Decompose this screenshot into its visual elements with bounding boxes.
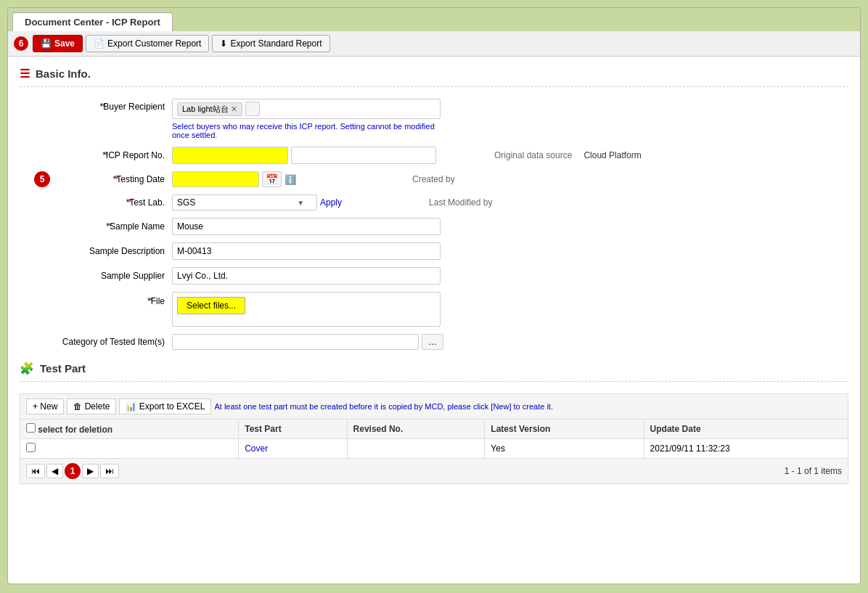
info-icon[interactable]: ℹ️ (284, 174, 296, 185)
sample-supplier-input[interactable] (172, 267, 441, 285)
category-label: Category of Tested Item(s) (56, 337, 172, 347)
test-part-title: Test Part (40, 362, 86, 375)
file-upload-area: Select files... (172, 292, 441, 327)
original-data-source-label: Original data source (494, 150, 572, 160)
buyer-tag-add[interactable] (245, 102, 260, 116)
buyer-tag: Lab light站台 ✕ (177, 102, 242, 116)
buyer-recipient-field: Lab light站台 ✕ Select buyers who may rece… (172, 99, 441, 139)
prev-page-button[interactable]: ◀ (46, 464, 63, 478)
row-checkbox-cell (20, 439, 239, 459)
page-navigation: ⏮ ◀ 1 ▶ ⏭ (26, 463, 119, 479)
created-by-label: Created by (412, 174, 455, 184)
col-select: select for deletion (20, 420, 239, 439)
row-latest-version-cell: Yes (485, 439, 644, 459)
sample-description-input[interactable] (172, 242, 441, 260)
icp-no-input1[interactable] (172, 147, 288, 164)
save-button[interactable]: 💾 Save (33, 35, 83, 52)
export-standard-icon: ⬇ (220, 38, 227, 49)
table-row: Cover Yes 2021/09/11 11:32:23 (20, 439, 848, 459)
col-revised-no: Revised No. (347, 420, 485, 439)
last-modified-by-label: Last Modified by (429, 197, 492, 208)
main-content: ☰ Basic Info. **Buyer Recipient Lab ligh… (8, 57, 860, 584)
sample-description-label: Sample Description (56, 246, 172, 256)
sample-name-label: **Sample Name (56, 221, 172, 232)
basic-info-divider (20, 86, 848, 87)
sample-name-input[interactable] (172, 218, 441, 235)
file-label: **File (56, 292, 172, 306)
test-part-icon: 🧩 (20, 361, 34, 375)
category-browse-button[interactable]: … (422, 334, 443, 350)
sample-name-row: **Sample Name (56, 218, 848, 235)
sample-supplier-row: Sample Supplier (56, 267, 848, 285)
select-all-checkbox[interactable] (26, 423, 36, 433)
toolbar-badge: 6 (14, 36, 28, 51)
apply-link[interactable]: Apply (320, 197, 342, 208)
icp-no-label: **ICP Report No. (56, 150, 172, 160)
category-row: Category of Tested Item(s) … (56, 334, 848, 350)
buyer-tag-close[interactable]: ✕ (231, 105, 237, 114)
buyer-recipient-row: **Buyer Recipient Lab light站台 ✕ Select b… (56, 99, 848, 139)
pagination: ⏮ ◀ 1 ▶ ⏭ 1 - 1 of 1 items (20, 459, 848, 484)
original-data-source-value: Cloud Platform (584, 150, 641, 160)
test-part-info-msg: At least one test part must be created b… (214, 402, 553, 411)
row-update-date-cell: 2021/09/11 11:32:23 (644, 439, 848, 459)
basic-info-header: ☰ Basic Info. (20, 67, 848, 81)
test-part-table: select for deletion Test Part Revised No… (20, 419, 848, 459)
toolbar: 6 💾 Save 📄 Export Customer Report ⬇ Expo… (8, 31, 860, 57)
export-excel-button[interactable]: 📊 Export to EXCEL (119, 398, 211, 414)
next-page-button[interactable]: ▶ (82, 464, 99, 478)
test-part-section: 🧩 Test Part + New 🗑 Delete 📊 Export to E… (20, 361, 848, 484)
test-lab-row: **Test Lab. SGS BV Intertek TUV ▼ Apply … (56, 195, 848, 210)
category-input[interactable] (172, 334, 419, 350)
buyer-tag-input[interactable]: Lab light站台 ✕ (172, 99, 441, 119)
test-lab-select[interactable]: SGS BV Intertek TUV (172, 195, 317, 210)
buyer-help-text: Select buyers who may receive this ICP r… (172, 122, 441, 139)
row-test-part-cell: Cover (239, 439, 347, 459)
tab-bar: Document Center - ICP Report (8, 8, 860, 31)
row-checkbox[interactable] (26, 443, 36, 452)
buyer-recipient-label: **Buyer Recipient (56, 99, 172, 112)
test-part-link[interactable]: Cover (245, 443, 268, 454)
testing-date-input[interactable] (172, 171, 259, 187)
export-customer-button[interactable]: 📄 Export Customer Report (86, 35, 209, 52)
save-icon: 💾 (41, 38, 52, 49)
col-latest-version: Latest Version (485, 420, 644, 439)
sample-description-row: Sample Description (56, 242, 848, 260)
badge-5: 5 (34, 171, 50, 187)
delete-icon: 🗑 (73, 401, 82, 412)
icp-no-row: **ICP Report No. Original data source Cl… (56, 147, 848, 164)
test-part-toolbar: + New 🗑 Delete 📊 Export to EXCEL At leas… (20, 393, 848, 419)
icp-no-input2[interactable] (291, 147, 436, 164)
sample-supplier-label: Sample Supplier (56, 271, 172, 281)
file-row: **File Select files... (56, 292, 848, 327)
test-part-divider (20, 381, 848, 382)
testing-date-row: 5 **Testing Date 📅 ℹ️ Created by (56, 171, 848, 187)
tab-document-center[interactable]: Document Center - ICP Report (12, 12, 173, 31)
export-standard-button[interactable]: ⬇ Export Standard Report (212, 35, 329, 52)
calendar-icon[interactable]: 📅 (262, 171, 282, 187)
page-summary: 1 - 1 of 1 items (785, 466, 842, 476)
col-test-part: Test Part (239, 420, 347, 439)
row-revised-no-cell (347, 439, 485, 459)
new-button[interactable]: + New (26, 398, 64, 414)
export-customer-icon: 📄 (94, 38, 105, 49)
select-files-button[interactable]: Select files... (177, 297, 245, 314)
first-page-button[interactable]: ⏮ (26, 464, 45, 478)
basic-info-icon: ☰ (20, 67, 30, 81)
col-update-date: Update Date (644, 420, 848, 439)
test-part-header: 🧩 Test Part (20, 361, 848, 375)
testing-date-label: **Testing Date (56, 174, 172, 184)
current-page-indicator[interactable]: 1 (65, 463, 81, 479)
basic-info-title: Basic Info. (36, 68, 91, 80)
delete-button[interactable]: 🗑 Delete (67, 398, 116, 414)
excel-icon: 📊 (126, 401, 136, 412)
last-page-button[interactable]: ⏭ (100, 464, 119, 478)
test-lab-label: **Test Lab. (56, 197, 172, 208)
